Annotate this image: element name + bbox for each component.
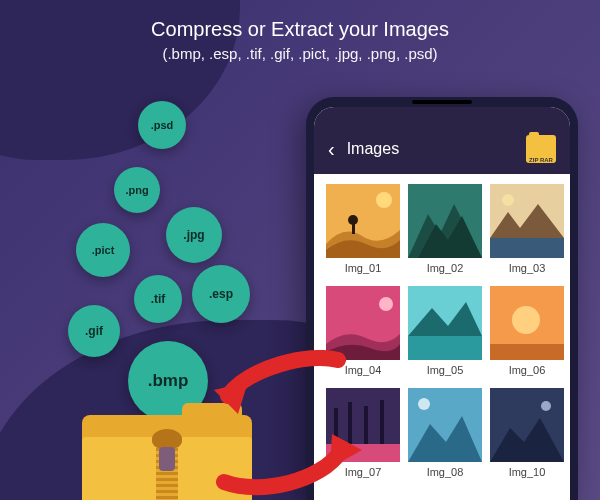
svg-rect-25: [380, 400, 384, 448]
thumb-img-01: [326, 184, 400, 258]
format-bubble-gif: .gif: [68, 305, 120, 357]
thumb-img-06: [490, 286, 564, 360]
heading-title: Compress or Extract your Images: [0, 18, 600, 41]
format-bubble-esp: .esp: [192, 265, 250, 323]
thumb-label: Img_01: [326, 258, 400, 282]
thumb-img-04: [326, 286, 400, 360]
thumb-img-10: [490, 388, 564, 462]
svg-point-12: [502, 194, 514, 206]
thumb-label: Img_02: [408, 258, 482, 282]
promo-heading: Compress or Extract your Images (.bmp, .…: [0, 18, 600, 62]
status-bar: [314, 107, 570, 125]
arrow-in-icon: [208, 350, 348, 428]
grid-item[interactable]: Img_01: [326, 184, 400, 282]
appbar-title: Images: [347, 140, 514, 158]
grid-item[interactable]: Img_03: [490, 184, 564, 282]
svg-rect-20: [490, 344, 564, 360]
thumb-label: Img_03: [490, 258, 564, 282]
thumb-img-03: [490, 184, 564, 258]
grid-item[interactable]: Img_08: [408, 388, 482, 486]
svg-point-29: [418, 398, 430, 410]
thumb-label: Img_08: [408, 462, 482, 486]
grid-item[interactable]: Img_06: [490, 286, 564, 384]
thumb-img-02: [408, 184, 482, 258]
grid-item[interactable]: Img_05: [408, 286, 482, 384]
thumb-label: Img_06: [490, 360, 564, 384]
format-bubble-tif: .tif: [134, 275, 182, 323]
format-bubble-png: .png: [114, 167, 160, 213]
format-bubble-pict: .pict: [76, 223, 130, 277]
thumb-label: Img_10: [490, 462, 564, 486]
grid-item[interactable]: Img_10: [490, 388, 564, 486]
thumb-img-05: [408, 286, 482, 360]
svg-marker-1: [330, 434, 362, 468]
svg-point-19: [512, 306, 540, 334]
svg-point-14: [379, 297, 393, 311]
heading-subtitle: (.bmp, .esp, .tif, .gif, .pict, .jpg, .p…: [0, 45, 600, 62]
svg-rect-10: [490, 238, 564, 258]
back-icon[interactable]: ‹: [328, 139, 335, 159]
grid-item[interactable]: Img_02: [408, 184, 482, 282]
format-bubble-jpg: .jpg: [166, 207, 222, 263]
svg-point-32: [541, 401, 551, 411]
thumb-label: Img_05: [408, 360, 482, 384]
svg-rect-24: [364, 406, 368, 448]
thumb-img-08: [408, 388, 482, 462]
svg-point-5: [348, 215, 358, 225]
svg-rect-16: [408, 336, 482, 360]
svg-point-3: [376, 192, 392, 208]
arrow-out-icon: [212, 430, 362, 500]
format-bubble-psd: .psd: [138, 101, 186, 149]
svg-marker-0: [214, 382, 248, 414]
archive-action-icon[interactable]: ZIP RAR: [526, 135, 556, 163]
app-bar: ‹ Images ZIP RAR: [314, 125, 570, 174]
